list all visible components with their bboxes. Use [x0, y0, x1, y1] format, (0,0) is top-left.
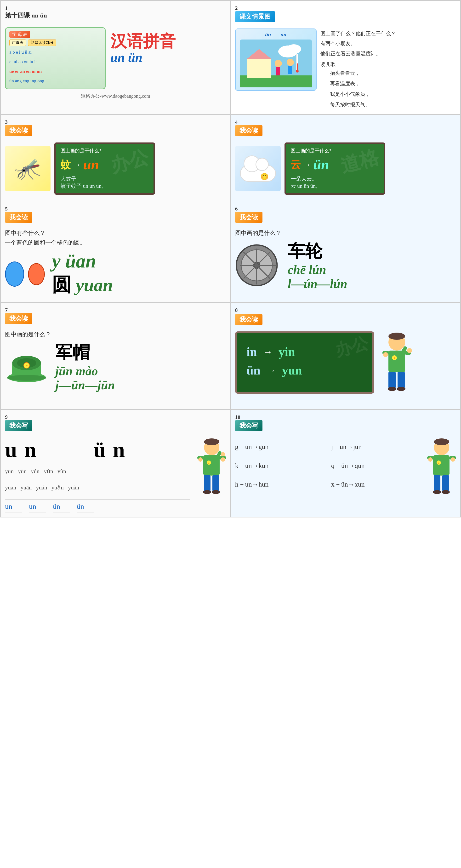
cell7-question: 图中画的是什么？	[5, 331, 226, 338]
cell6-text: 车轮 chē lún l—ún—lún	[288, 240, 347, 291]
phonics-row-4: ün ang eng ing ong	[9, 76, 101, 86]
write-symbol-1: un	[5, 438, 43, 462]
svg-point-38	[397, 387, 405, 391]
big-words: y üan 圆 yuan	[52, 250, 113, 298]
poem-line-1: 抬头看看云，	[330, 68, 456, 78]
blackboard-4: 道格 图上画的是干什么? 云 → ün 一朵大云。 云 ün ün ün。	[284, 143, 385, 195]
svg-point-47	[221, 457, 225, 462]
cell-number-4: 4	[235, 119, 238, 125]
website: 道格办公-www.daogebangong.com	[5, 93, 226, 99]
cell7-phonetic1: jūn mào	[55, 364, 115, 378]
wheel-img	[235, 244, 278, 287]
wr1-4: yùn	[58, 468, 66, 474]
svg-point-12	[296, 70, 299, 72]
bb3-arrow-result: un	[83, 156, 99, 173]
poem-line-2: 再看温度表，	[330, 78, 456, 89]
svg-point-42	[204, 438, 219, 445]
cell6-chinese: 车轮	[288, 240, 347, 263]
cell5-question: 图中有些什么？	[5, 229, 226, 237]
formula-r2: q－ün→qun	[331, 456, 418, 475]
cell5-answer: 一个蓝色的圆和一个橘色的圆。	[5, 239, 226, 246]
formula-l2: k－un→kun	[235, 456, 321, 475]
tab-1[interactable]: 声母表	[9, 39, 26, 46]
formula-l3: h－un→hun	[235, 475, 321, 494]
svg-text:★: ★	[208, 462, 210, 464]
blue-oval	[5, 261, 24, 287]
cell-5: 5 我会读 图中有些什么？ 一个蓝色的圆和一个橘色的圆。 y üan 圆 yua…	[0, 201, 230, 303]
formula-l1: g－un→gun	[235, 437, 321, 456]
svg-rect-7	[276, 67, 280, 75]
cell6-question: 图中画的是什么？	[235, 229, 456, 237]
bb8-row1-left: in	[247, 345, 257, 359]
cell7-chinese: 军帽	[55, 341, 115, 364]
cell-4: 4 我会读 😊 道格 图上画的是干什么? 云 → ün	[230, 115, 461, 201]
cloud-img: 😊	[235, 146, 281, 191]
cell-number-8: 8	[235, 307, 238, 313]
svg-point-8	[287, 59, 294, 66]
formula-r1: j－ün→jun	[331, 437, 418, 456]
section-header-4: 我会读	[235, 125, 263, 136]
svg-point-28	[389, 333, 405, 340]
cell-1: 1 第十四课 un ün 字 母 表 声母表 韵母认读部分 a o e i u …	[0, 0, 230, 115]
boy-figure-10: ★	[427, 437, 456, 503]
svg-point-46	[198, 457, 203, 462]
cell7-phonetic2: j—ūn—jūn	[55, 378, 115, 392]
svg-point-52	[203, 490, 211, 494]
bb8-row2-left: ün	[247, 363, 260, 377]
svg-rect-2	[247, 59, 271, 78]
svg-point-61	[428, 457, 432, 462]
cell5-char: 圆	[52, 272, 71, 298]
svg-rect-11	[297, 63, 298, 71]
svg-rect-9	[288, 66, 292, 74]
cell-6: 6 我会读 图中画的是什么？ 车轮 chē lún	[230, 201, 461, 303]
scene-label-un2: un	[281, 31, 286, 38]
right-title: 汉语拼音 un ün	[111, 27, 176, 65]
svg-text:★: ★	[438, 462, 440, 464]
poem-block: 抬头看看云， 再看温度表， 我是小小气象员， 每天按时报天气。	[320, 68, 456, 110]
word-row-2: yuan yuān yuán yuǎn yuàn	[5, 481, 190, 495]
wr2-0: yuan	[5, 485, 16, 491]
bb4-desc2: 云 ün ün ün。	[291, 182, 379, 190]
cell-number-3: 3	[5, 119, 8, 125]
cell-number-2: 2	[235, 5, 238, 11]
write-line-3: ün	[53, 502, 70, 513]
svg-rect-63	[434, 475, 440, 491]
cell-number-6: 6	[235, 206, 238, 212]
svg-point-5	[287, 44, 301, 54]
cell-7: 7 我会读 图中画的是什么？ ★	[0, 303, 230, 409]
svg-rect-58	[433, 455, 450, 475]
section-header-8: 我会读	[235, 314, 263, 325]
writing-lines: un un ün ün	[5, 499, 190, 513]
boy-figure-9: ★	[197, 437, 226, 503]
write-content-9: un ün yun yūn yún yǔn yùn yuan yuān yuán	[5, 437, 190, 512]
cell-3: 3 我会读 🦟 办公 图上画的是干什么? 蚊 → un 大蚊子。 蚊子蚊子 un…	[0, 115, 230, 201]
bb4-arrow-result: ün	[313, 156, 329, 173]
write-line-4: ün	[77, 502, 94, 513]
wr2-1: yuān	[21, 485, 32, 491]
scene-text-1: 图上画了什么？他们正在干什么？	[320, 29, 456, 38]
svg-point-37	[388, 387, 396, 391]
formula-r3: x－ün→xun	[331, 475, 418, 494]
bb8-row1-right: yin	[278, 345, 295, 359]
svg-point-6	[275, 60, 282, 67]
cell6-phonetic2: l—ún—lún	[288, 277, 347, 291]
poem-line-3: 我是小小气象员，	[330, 89, 456, 99]
wr2-4: yuàn	[68, 485, 79, 491]
bb4-desc1: 一朵大云。	[291, 175, 379, 182]
scene-text-3: 他们正在看云测量温度计。	[320, 49, 456, 59]
boy-figure-8: ★	[381, 331, 412, 405]
svg-point-53	[212, 490, 220, 494]
bb8-row2-right: yun	[282, 363, 302, 377]
write-line-1: un	[5, 502, 22, 513]
formulas-left: g－un→gun k－un→kun h－un→hun	[235, 437, 321, 494]
svg-point-26	[7, 375, 46, 381]
cell7-text: 军帽 jūn mào j—ūn—jūn	[55, 341, 115, 392]
scene-label-un: ün	[265, 31, 271, 38]
svg-point-65	[433, 490, 441, 494]
tab-2[interactable]: 韵母认读部分	[28, 39, 56, 46]
svg-point-34	[407, 348, 412, 353]
svg-text:★: ★	[393, 357, 395, 360]
svg-rect-36	[398, 372, 405, 389]
wr2-3: yuǎn	[52, 485, 64, 491]
write-line-2: un	[29, 502, 46, 513]
